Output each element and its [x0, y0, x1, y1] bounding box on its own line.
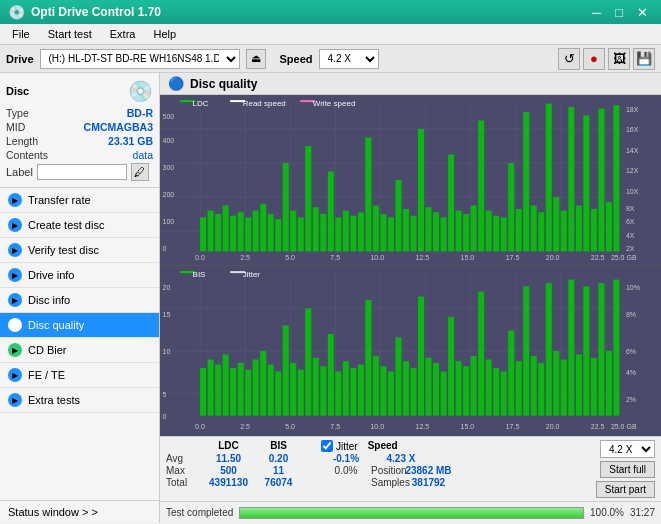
svg-rect-27	[290, 211, 296, 252]
contents-label: Contents	[6, 149, 48, 161]
lower-chart: BIS Jitter 20 15 10 5 0 10% 8% 6% 4%	[160, 265, 661, 436]
length-value: 23.31 GB	[108, 135, 153, 147]
cd-bier-icon: ▶	[8, 343, 22, 357]
sidebar-item-create-test-disc[interactable]: ▶ Create test disc	[0, 213, 159, 238]
time-value: 31:27	[630, 507, 655, 518]
close-button[interactable]: ✕	[632, 4, 653, 21]
svg-rect-122	[238, 363, 244, 416]
status-window-button[interactable]: Status window > >	[0, 500, 159, 523]
svg-rect-28	[298, 217, 304, 251]
eject-button[interactable]: ⏏	[246, 49, 266, 69]
sidebar-item-drive-info[interactable]: ▶ Drive info	[0, 263, 159, 288]
verify-test-disc-icon: ▶	[8, 243, 22, 257]
svg-rect-33	[335, 217, 341, 251]
svg-rect-37	[365, 138, 371, 252]
mid-value: CMCMAGBA3	[84, 121, 153, 133]
svg-rect-62	[553, 197, 559, 251]
svg-text:Read speed: Read speed	[243, 99, 286, 108]
svg-text:25.0 GB: 25.0 GB	[611, 423, 637, 430]
sidebar-item-disc-info[interactable]: ▶ Disc info	[0, 288, 159, 313]
svg-rect-154	[478, 292, 484, 416]
sidebar-item-extra-tests[interactable]: ▶ Extra tests	[0, 388, 159, 413]
svg-rect-70	[613, 105, 619, 251]
disc-quality-header: 🔵 Disc quality	[160, 73, 661, 95]
svg-rect-46	[433, 212, 439, 251]
progress-bar-fill	[240, 508, 583, 518]
toolbar-icon-1[interactable]: ↺	[558, 48, 580, 70]
svg-text:Jitter: Jitter	[243, 270, 261, 279]
svg-text:2.5: 2.5	[240, 254, 250, 261]
label-input[interactable]	[37, 164, 127, 180]
svg-rect-123	[245, 370, 251, 416]
svg-rect-136	[343, 361, 349, 415]
disc-info-label: Disc info	[28, 294, 70, 306]
svg-rect-128	[283, 326, 289, 416]
svg-text:2.5: 2.5	[240, 423, 250, 430]
svg-rect-161	[531, 356, 537, 416]
svg-text:400: 400	[163, 137, 175, 144]
svg-rect-59	[531, 206, 537, 252]
speed-select-stats[interactable]: 4.2 X	[600, 440, 655, 458]
svg-rect-52	[478, 121, 484, 252]
cd-bier-label: CD Bier	[28, 344, 67, 356]
drive-select[interactable]: (H:) HL-DT-ST BD-RE WH16NS48 1.D3	[40, 49, 240, 69]
menu-start-test[interactable]: Start test	[40, 26, 100, 42]
menu-file[interactable]: File	[4, 26, 38, 42]
svg-rect-19	[230, 216, 236, 252]
sidebar-item-transfer-rate[interactable]: ▶ Transfer rate	[0, 188, 159, 213]
avg-jitter: -0.1%	[321, 453, 371, 464]
svg-text:LDC: LDC	[193, 99, 209, 108]
svg-rect-50	[463, 214, 469, 251]
svg-rect-15	[200, 217, 206, 251]
svg-text:18X: 18X	[626, 106, 639, 113]
svg-rect-47	[441, 217, 447, 251]
progress-area: Test completed 100.0% 31:27	[160, 501, 661, 523]
maximize-button[interactable]: □	[610, 4, 628, 21]
upper-chart: LDC Read speed Write speed 500 400 300 2…	[160, 95, 661, 265]
status-window-label: Status window > >	[8, 506, 98, 518]
stats-bar: LDC BIS Jitter Speed Avg 11.50 0.20	[160, 436, 661, 501]
menu-help[interactable]: Help	[145, 26, 184, 42]
max-jitter: 0.0%	[321, 465, 371, 476]
svg-text:0.0: 0.0	[195, 423, 205, 430]
svg-rect-35	[350, 216, 356, 252]
label-key: Label	[6, 166, 33, 178]
total-ldc: 4391130	[201, 477, 256, 488]
menu-extra[interactable]: Extra	[102, 26, 144, 42]
svg-rect-48	[448, 155, 454, 252]
svg-rect-125	[260, 351, 266, 416]
ldc-header: LDC	[201, 440, 256, 452]
sidebar-item-fe-te[interactable]: ▶ FE / TE	[0, 363, 159, 388]
svg-text:25.0 GB: 25.0 GB	[611, 254, 637, 261]
svg-rect-24	[268, 214, 274, 251]
svg-rect-137	[350, 368, 356, 416]
svg-rect-162	[538, 363, 544, 416]
total-bis: 76074	[256, 477, 301, 488]
mid-label: MID	[6, 121, 25, 133]
start-full-button[interactable]: Start full	[600, 461, 655, 478]
position-label: Position	[371, 465, 401, 476]
start-part-button[interactable]: Start part	[596, 481, 655, 498]
svg-rect-159	[516, 361, 522, 415]
svg-rect-58	[523, 112, 529, 251]
toolbar-icon-2[interactable]: ●	[583, 48, 605, 70]
avg-label: Avg	[166, 453, 201, 464]
toolbar-icon-4[interactable]: 💾	[633, 48, 655, 70]
fe-te-label: FE / TE	[28, 369, 65, 381]
toolbar-icon-3[interactable]: 🖼	[608, 48, 630, 70]
svg-rect-51	[471, 206, 477, 252]
sidebar-item-cd-bier[interactable]: ▶ CD Bier	[0, 338, 159, 363]
svg-rect-134	[328, 334, 334, 416]
sidebar-item-disc-quality[interactable]: ▶ Disc quality	[0, 313, 159, 338]
svg-text:6X: 6X	[626, 218, 635, 225]
jitter-checkbox[interactable]	[321, 440, 333, 452]
lower-chart-svg: BIS Jitter 20 15 10 5 0 10% 8% 6% 4%	[160, 266, 661, 436]
label-icon-button[interactable]: 🖊	[131, 163, 149, 181]
sidebar-item-verify-test-disc[interactable]: ▶ Verify test disc	[0, 238, 159, 263]
speed-select[interactable]: 4.2 X	[319, 49, 379, 69]
charts-wrapper: LDC Read speed Write speed 500 400 300 2…	[160, 95, 661, 436]
minimize-button[interactable]: ─	[587, 4, 606, 21]
disc-info-icon: ▶	[8, 293, 22, 307]
svg-rect-164	[553, 351, 559, 416]
svg-rect-150	[448, 317, 454, 416]
